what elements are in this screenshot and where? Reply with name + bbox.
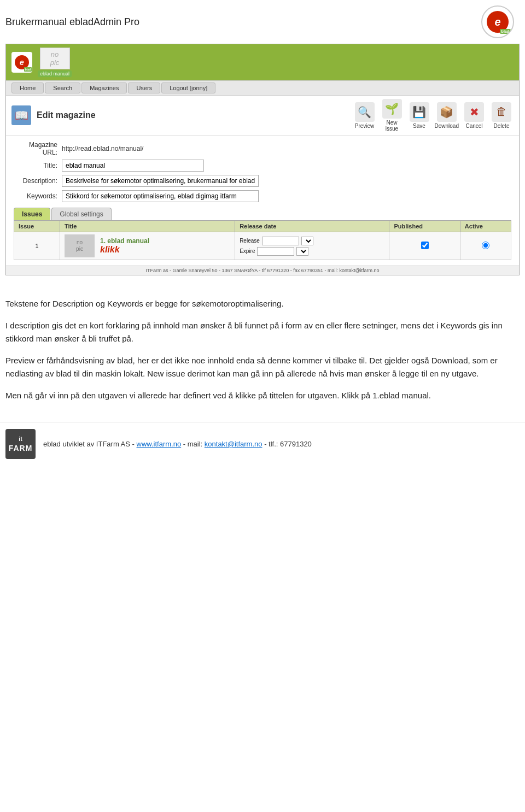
footer-logo-text: itFARM [9,435,33,452]
save-icon: 💾 [410,102,429,122]
body-text: Tekstene for Description og Keywords er … [0,286,525,422]
description-input[interactable] [62,175,259,187]
save-button[interactable]: 💾 Save [407,102,431,129]
keywords-input[interactable] [62,190,259,202]
cancel-button[interactable]: ✖ Cancel [462,102,486,129]
download-label: Download [435,123,459,129]
download-icon: 📦 [437,102,457,122]
col-published: Published [389,221,460,232]
issue-thumbnail: nopic [65,234,95,257]
release-label: Release [240,238,260,244]
delete-label: Delete [494,123,510,129]
title-input[interactable] [62,160,204,172]
app-logo-badge: blad [24,67,32,72]
cancel-icon: ✖ [464,102,484,122]
page-title: Brukermanual ebladAdmin Pro [5,16,139,28]
table-row: 1 nopic 1. eblad manual klikk [14,232,511,260]
app-brand-box: nopic [40,48,70,69]
nav-home[interactable]: Home [11,83,44,93]
active-cell [460,232,511,260]
footer-text-content: eblad utviklet av ITFarm AS - www.itfarm… [43,440,312,448]
release-date-input[interactable] [262,237,299,245]
issue-klikk: klikk [100,245,149,255]
preview-button[interactable]: 🔍 Preview [353,102,377,129]
body-para-4: Men nå går vi inn på den utgaven vi alle… [5,389,520,402]
description-label: Description: [14,177,57,185]
keywords-row: Keywords: [14,190,511,202]
url-label: Magazine URL: [14,141,57,156]
toolbar-title-area: 📖 Edit magazine [11,105,351,125]
delete-icon: 🗑 [492,102,511,122]
preview-icon: 🔍 [355,102,375,122]
footer-mid: - mail: [183,440,202,448]
screenshot-container: e blad nopic eblad manual Home Search Ma… [5,44,520,275]
url-value: http://read.eblad.no/manual/ [62,145,143,152]
app-logo: e blad [11,52,32,73]
expire-date-select[interactable] [296,247,308,256]
col-title: Title [60,221,235,232]
cancel-label: Cancel [465,123,482,129]
nav-bar: Home Search Magazines Users Logout [jonn… [6,80,519,96]
title-row: Title: [14,160,511,172]
screenshot-footer: ITFarm as - Gamle Snarøyvel 50 - 1367 SN… [6,266,519,275]
issue-number: 1 [14,232,60,260]
footer-logo: itFARM [5,429,36,459]
tab-issues[interactable]: Issues [14,208,50,220]
nav-users[interactable]: Users [128,83,160,93]
content-area: Magazine URL: http://read.eblad.no/manua… [6,136,519,266]
preview-label: Preview [355,123,375,129]
title-label: Title: [14,162,57,169]
col-issue: Issue [14,221,60,232]
published-checkbox[interactable] [421,242,429,249]
url-row: Magazine URL: http://read.eblad.no/manua… [14,141,511,156]
active-radio[interactable] [482,242,489,249]
body-para-1: Tekstene for Description og Keywords er … [5,297,520,310]
expire-date-input[interactable] [257,247,294,256]
release-date-cell: Release Expire [235,232,389,260]
page-header: Brukermanual ebladAdmin Pro e blad [0,0,525,44]
footer-link-2[interactable]: kontakt@itfarm.no [205,440,262,448]
app-brand-no-pic: nopic [45,50,65,67]
col-release-date: Release date [235,221,389,232]
app-header: e blad nopic eblad manual [6,44,519,80]
nav-search[interactable]: Search [45,83,80,93]
new-issue-label: Newissue [386,120,398,132]
keywords-label: Keywords: [14,192,57,200]
body-para-2: I description gis det en kort forklaring… [5,319,520,345]
download-button[interactable]: 📦 Download [435,102,459,129]
tab-global-settings[interactable]: Global settings [51,208,111,220]
body-para-3: Preview er fårhåndsvisning av blad, her … [5,354,520,380]
issues-table: Issue Title Release date Published Activ… [14,220,511,260]
new-issue-button[interactable]: 🌱 Newissue [380,99,404,132]
issue-title-link[interactable]: 1. eblad manual [100,237,149,245]
tab-bar: Issues Global settings [14,208,511,220]
header-logo: e blad [481,5,514,38]
new-issue-icon: 🌱 [382,99,402,119]
toolbar-area: 📖 Edit magazine 🔍 Preview 🌱 Newissue 💾 S… [6,96,519,136]
footer-prefix: eblad utviklet av ITFarm AS - [43,440,135,448]
delete-button[interactable]: 🗑 Delete [489,102,514,129]
release-date-select[interactable] [301,237,313,245]
footer-suffix: - tlf.: 67791320 [264,440,312,448]
toolbar-buttons: 🔍 Preview 🌱 Newissue 💾 Save 📦 Download ✖… [353,99,514,132]
footer-link-1[interactable]: www.itfarm.no [137,440,182,448]
header-logo-badge: blad [500,29,511,34]
book-icon: 📖 [11,105,31,125]
app-brand-label: eblad manual [38,70,72,77]
nav-logout[interactable]: Logout [jonny] [161,83,215,93]
save-label: Save [413,123,425,129]
published-cell [389,232,460,260]
nav-magazines[interactable]: Magazines [81,83,127,93]
toolbar-title: Edit magazine [37,110,96,120]
page-footer: itFARM eblad utviklet av ITFarm AS - www… [0,422,525,466]
issue-thumbnail-cell: nopic 1. eblad manual klikk [60,232,235,260]
expire-label: Expire [240,248,255,254]
description-row: Description: [14,175,511,187]
col-active: Active [460,221,511,232]
